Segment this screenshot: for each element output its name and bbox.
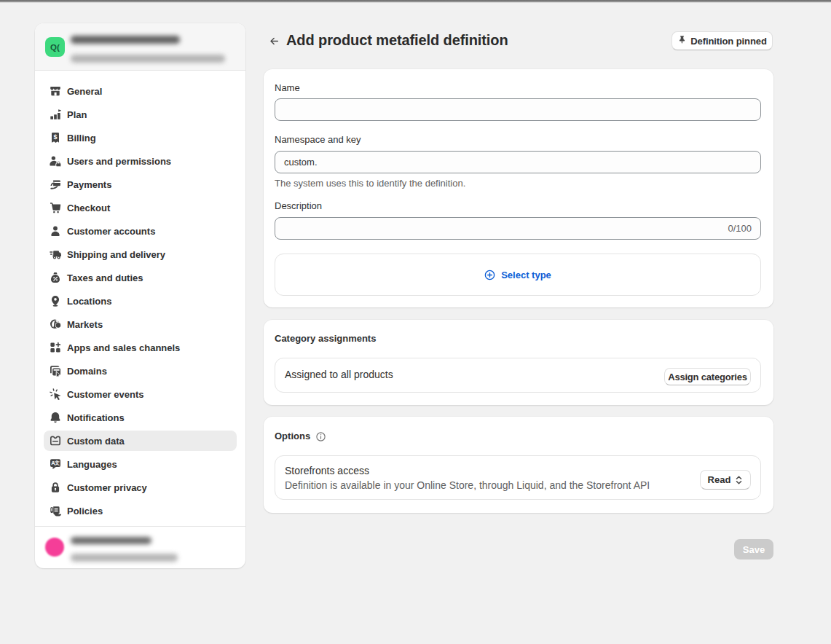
svg-text:文: 文 (54, 460, 60, 466)
svg-text:$: $ (53, 133, 57, 141)
svg-text:$: $ (57, 322, 60, 329)
